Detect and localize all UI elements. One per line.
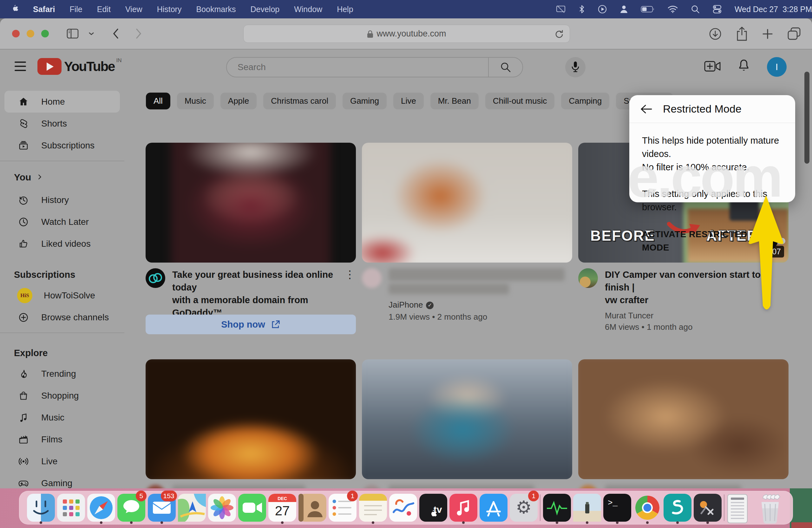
dock-freeform-icon[interactable] <box>389 492 417 524</box>
back-button[interactable] <box>112 28 119 39</box>
hamburger-menu-icon[interactable] <box>15 61 26 71</box>
sidebar-item-music[interactable]: Music <box>4 407 120 428</box>
create-video-button[interactable] <box>704 60 721 74</box>
sidebar-item-you[interactable]: You <box>0 165 124 189</box>
tab-overview-button[interactable] <box>787 27 801 41</box>
dock-maps-icon[interactable] <box>178 492 206 524</box>
chip-all[interactable]: All <box>146 92 170 109</box>
sidebar-channel-howtoisolve[interactable]: HiSHowToiSolve <box>4 284 120 306</box>
menu-clock[interactable]: Wed Dec 27 3:28 PM <box>735 5 812 14</box>
dock-terminal-icon[interactable]: >_ <box>603 492 631 524</box>
menu-develop[interactable]: Develop <box>250 5 279 14</box>
dock-calendar-icon[interactable]: DEC27 <box>269 492 296 524</box>
notifications-bell-icon[interactable] <box>737 59 751 75</box>
apple-menu-icon[interactable] <box>11 4 19 14</box>
dock-launchpad-icon[interactable] <box>57 492 85 524</box>
sidebar-item-shorts[interactable]: Shorts <box>4 113 120 134</box>
chip-gaming[interactable]: Gaming <box>343 92 387 109</box>
wifi-icon[interactable] <box>667 5 678 13</box>
chip-christmas-carol[interactable]: Christmas carol <box>263 92 336 109</box>
dock-keychain-icon[interactable] <box>694 492 722 524</box>
sidebar-toggle-icon[interactable] <box>67 29 79 39</box>
youtube-logo[interactable]: YouTube IN <box>38 58 121 75</box>
now-playing-icon[interactable] <box>598 4 607 14</box>
dock-safari-icon[interactable] <box>87 492 115 524</box>
dock-app-store-icon[interactable] <box>480 492 508 524</box>
dock-messages-icon[interactable]: 5 <box>117 492 145 524</box>
sidebar-item-gaming[interactable]: Gaming <box>4 472 120 489</box>
dock-reminders-icon[interactable]: 1 <box>329 492 357 524</box>
close-window-button[interactable] <box>12 30 20 38</box>
sidebar-item-home[interactable]: Home <box>4 91 120 113</box>
sidebar-item-browse-channels[interactable]: Browse channels <box>4 306 120 328</box>
chip-mr-bean[interactable]: Mr. Bean <box>431 92 479 109</box>
dock-notes-icon[interactable] <box>359 492 387 524</box>
channel-avatar-blurred[interactable] <box>362 268 381 288</box>
bluetooth-icon[interactable] <box>579 4 585 14</box>
dock-facetime-icon[interactable] <box>238 492 266 524</box>
downloads-button[interactable] <box>709 27 722 41</box>
sidebar-item-subscriptions[interactable]: Subscriptions <box>4 134 120 156</box>
sidebar-item-shopping[interactable]: Shopping <box>4 385 120 407</box>
dock-surfshark-icon[interactable] <box>664 492 692 524</box>
chip-apple[interactable]: Apple <box>220 92 257 109</box>
shop-now-button[interactable]: Shop now <box>146 314 356 334</box>
godaddy-avatar[interactable] <box>146 268 165 288</box>
dock-contacts-icon[interactable] <box>299 492 327 524</box>
sidebar-item-history[interactable]: History <box>4 189 120 211</box>
zoom-window-button[interactable] <box>41 30 49 38</box>
search-input[interactable] <box>227 58 488 77</box>
sidebar-item-liked-videos[interactable]: Liked videos <box>4 233 120 255</box>
video-thumbnail[interactable] <box>362 359 572 479</box>
account-avatar[interactable]: I <box>767 57 787 77</box>
voice-search-button[interactable] <box>565 57 585 77</box>
video-thumbnail[interactable] <box>146 359 356 479</box>
dock-documents-icon[interactable] <box>727 492 755 524</box>
video-title[interactable]: Take your great business idea online tod… <box>172 268 340 319</box>
sidebar-chevron-down-icon[interactable] <box>88 31 95 36</box>
chip-chill-out-music[interactable]: Chill-out music <box>485 92 555 109</box>
video-thumbnail[interactable] <box>362 143 572 263</box>
sidebar-item-films[interactable]: Films <box>4 428 120 450</box>
reload-icon[interactable] <box>554 29 564 42</box>
menu-file[interactable]: File <box>70 5 82 14</box>
fast-user-switching-icon[interactable] <box>620 4 628 14</box>
dock-trash-icon[interactable] <box>757 492 785 524</box>
menu-window[interactable]: Window <box>294 5 322 14</box>
dock-activity-monitor-icon[interactable] <box>543 492 571 524</box>
sidebar-item-live[interactable]: Live <box>4 450 120 472</box>
chip-live[interactable]: Live <box>393 92 424 109</box>
panel-back-button[interactable] <box>640 104 652 114</box>
dock-chrome-icon[interactable] <box>634 492 661 524</box>
channel-name[interactable]: JaiPhone <box>389 300 423 309</box>
dock-photos-icon[interactable] <box>208 492 236 524</box>
channel-avatar[interactable] <box>578 268 598 288</box>
dock-mail-icon[interactable]: 153 <box>148 492 176 524</box>
dock-apple-tv-icon[interactable]: tv <box>419 492 447 524</box>
menu-edit[interactable]: Edit <box>97 5 111 14</box>
sidebar-item-trending[interactable]: Trending <box>4 363 120 385</box>
menu-view[interactable]: View <box>125 5 142 14</box>
new-tab-button[interactable] <box>762 28 773 40</box>
menu-bookmarks[interactable]: Bookmarks <box>196 5 236 14</box>
screen-mirror-off-icon[interactable] <box>556 5 566 13</box>
page-scrollbar-thumb[interactable] <box>804 72 810 164</box>
dock-finder-icon[interactable] <box>27 492 55 524</box>
video-thumbnail[interactable] <box>146 143 356 263</box>
chip-music[interactable]: Music <box>177 92 214 109</box>
search-button[interactable] <box>488 58 522 77</box>
menu-safari[interactable]: Safari <box>33 5 55 14</box>
chip-camping[interactable]: Camping <box>561 92 609 109</box>
forward-button[interactable] <box>135 28 142 39</box>
dock-image-preview-icon[interactable] <box>573 492 601 524</box>
dock-music-icon[interactable] <box>449 492 477 524</box>
video-thumbnail[interactable] <box>578 359 788 479</box>
battery-icon[interactable] <box>641 5 655 13</box>
sidebar-item-watch-later[interactable]: Watch Later <box>4 211 120 233</box>
minimize-window-button[interactable] <box>27 30 34 38</box>
share-button[interactable] <box>736 27 748 41</box>
dock-system-settings-icon[interactable]: ⚙1 <box>510 492 538 524</box>
kebab-menu-icon[interactable]: ⋮ <box>345 269 355 279</box>
menu-help[interactable]: Help <box>337 5 353 14</box>
address-bar[interactable]: www.youtube.com <box>243 25 570 43</box>
